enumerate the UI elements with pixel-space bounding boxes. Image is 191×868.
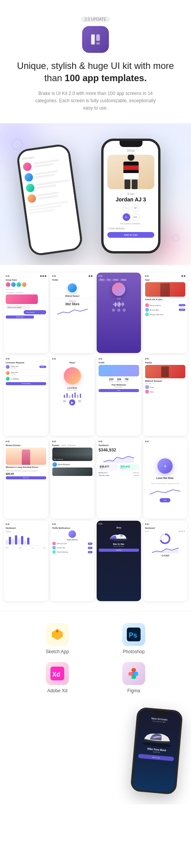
tool-item-adobexd: Xd Adobe Xd <box>27 662 88 693</box>
screen-card-views: 9:41 Dashboard Views Mon Wed <box>4 521 48 601</box>
svg-text:Ps: Ps <box>129 631 137 639</box>
svg-rect-20 <box>128 672 133 676</box>
screenshot-row-4: 9:41 Dashboard Views Mon Wed <box>4 521 187 601</box>
screen-card-connector: 9:41 Connector Requests Sofia Lopez2 min… <box>4 355 48 436</box>
svg-rect-1 <box>96 34 100 41</box>
phone-section: Messages <box>0 123 191 265</box>
sketch-label: Sketch App <box>46 649 69 654</box>
hero-section: 2.0 UPDATE Unique, stylish & huge UI kit… <box>0 0 191 123</box>
screen-card-small-profile: 9:41 Profile 220Posts 10kFollowers 7MLik… <box>97 355 141 436</box>
svg-marker-3 <box>104 456 134 463</box>
svg-marker-6 <box>152 548 178 553</box>
svg-point-5 <box>120 535 123 537</box>
phone-mockup: Messages <box>0 135 191 261</box>
screen-card-profile: 9:41 Profile Mildred Stewart Skeleton 36… <box>50 273 95 353</box>
photoshop-icon: Ps <box>122 623 145 646</box>
svg-rect-19 <box>131 676 136 679</box>
screen-card-shoe: 9:41 Shop Nike Air Max New Collection Sh… <box>97 521 141 601</box>
bottom-phone-mockup: New Arrivals Free Boots Nike <box>130 707 183 795</box>
adobexd-icon: Xd <box>46 662 69 685</box>
main-phone: Shop <box>101 139 160 253</box>
bottom-section: New Arrivals Free Boots Nike <box>0 705 191 804</box>
screen-card-dashboard-amounts: 9:41 Dashboard $346,932 $36,977 Income <box>97 438 141 518</box>
photoshop-label: Photoshop <box>123 649 144 654</box>
screen-card-feed: 9:41 Feed Catch me if you... Nancy, what… <box>143 273 188 353</box>
sketch-icon <box>46 623 69 646</box>
screenshot-row-3: 9:41 Women Dresses Women's Long Hooded D… <box>4 438 187 518</box>
screen-card-dashboard2: 9:41 Dashboard Week Month ▼ +14,823 <box>143 521 188 601</box>
svg-rect-17 <box>131 668 136 672</box>
screen-card-mildred: 9:41 Popular Mildred Stewart more info P… <box>143 355 188 436</box>
screen-card-popular-feed: 9:41 Popular Latest Following Max Thornt… <box>50 438 95 518</box>
app-icon <box>82 26 109 53</box>
screenshot-row-1: 9:41 Group Team How are you I'm working … <box>4 273 187 353</box>
hero-title: Unique, stylish & huge UI kit with more … <box>11 60 180 85</box>
svg-rect-2 <box>96 43 100 45</box>
figma-label: Figma <box>127 688 140 693</box>
figma-icon <box>122 662 145 685</box>
screen-card-women: 9:41 Women Dresses Women's Long Hooded D… <box>4 438 48 518</box>
screen-card-music: 9:41 Profile Find Library Setting Chill <box>97 273 141 353</box>
hero-subtitle: Brake is UI Kit 2.0 with more than 100 a… <box>31 90 160 112</box>
back-phone: Messages <box>16 143 84 257</box>
svg-text:Xd: Xd <box>52 671 60 678</box>
version-badge: 2.0 UPDATE <box>81 16 110 22</box>
tool-item-figma: Figma <box>103 662 164 693</box>
screen-card-flow: 9:41 + Love the flow. The most natural w… <box>143 438 188 518</box>
screen-card-player: 9:41 Player Luna Rose Summer Vibes ⏮ <box>50 355 95 436</box>
screenshot-row-2: 9:41 Connector Requests Sofia Lopez2 min… <box>4 355 187 436</box>
adobexd-label: Adobe Xd <box>47 688 68 693</box>
screen-card-notifications: 9:41 Profile Notifications Sarah Johnson… <box>50 521 95 601</box>
svg-point-21 <box>134 672 138 676</box>
screenshots-section: 9:41 Group Team How are you I'm working … <box>0 265 191 611</box>
svg-rect-0 <box>91 34 95 45</box>
tools-grid: Sketch App Ps Photoshop Xd Adobe Xd <box>27 623 164 693</box>
tools-section: Sketch App Ps Photoshop Xd Adobe Xd <box>0 611 191 705</box>
tool-item-photoshop: Ps Photoshop <box>103 623 164 654</box>
screen-card-chat: 9:41 Group Team How are you I'm working … <box>4 273 48 353</box>
tool-item-sketch: Sketch App <box>27 623 88 654</box>
